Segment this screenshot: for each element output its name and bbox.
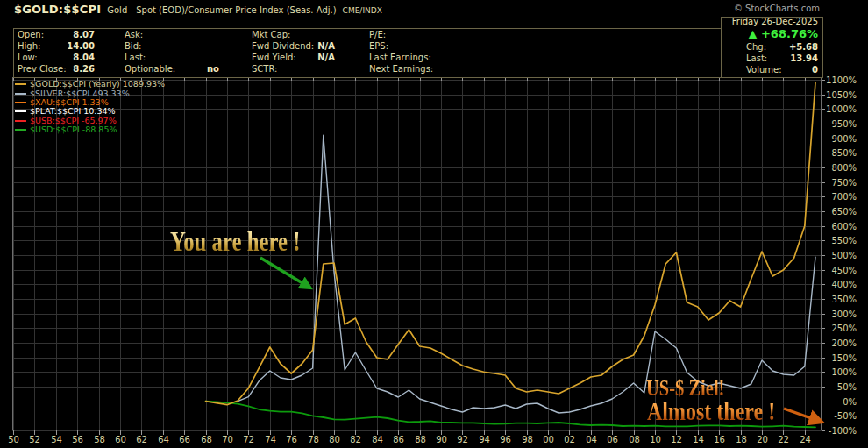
svg-text:20: 20 xyxy=(757,435,768,444)
quote-value: 8.07 xyxy=(73,29,95,40)
quote-row: Fwd Yield:N/A xyxy=(252,52,335,63)
quote-column-ohlc: Open:8.07High:14.00Low:8.04Prev Close:8.… xyxy=(18,29,95,75)
quote-row: Ask: xyxy=(125,29,219,40)
quote-label: Last Earnings: xyxy=(369,52,431,63)
quote-label: Volume: xyxy=(746,64,782,75)
quote-row: Chg:+5.68 xyxy=(746,41,818,53)
series-line--silver-cpi xyxy=(238,135,815,413)
quote-row: Last Earnings: xyxy=(369,52,483,63)
svg-text:02: 02 xyxy=(564,435,575,444)
quote-value: 0 xyxy=(812,64,818,75)
quote-value: N/A xyxy=(317,40,335,52)
svg-text:66: 66 xyxy=(179,435,190,444)
svg-text:1100%: 1100% xyxy=(826,75,857,85)
chart-legend: $GOLD:$$CPI (Yearly) 1089.93%$SILVER:$$C… xyxy=(15,80,165,134)
svg-text:18: 18 xyxy=(736,435,747,444)
svg-text:450%: 450% xyxy=(831,266,857,275)
svg-text:04: 04 xyxy=(586,435,597,444)
svg-text:400%: 400% xyxy=(831,280,857,289)
svg-text:06: 06 xyxy=(607,435,618,444)
up-triangle-icon: ▲ xyxy=(748,27,757,40)
svg-text:70: 70 xyxy=(222,435,233,444)
svg-text:22: 22 xyxy=(778,435,789,444)
svg-text:88: 88 xyxy=(415,435,426,444)
legend-row: $GOLD:$$CPI (Yearly) 1089.93% xyxy=(15,80,165,89)
svg-text:300%: 300% xyxy=(831,309,857,319)
svg-text:750%: 750% xyxy=(831,178,857,188)
quote-label: Chg: xyxy=(746,41,766,53)
quote-row: P/E: xyxy=(369,29,483,40)
quote-row: Bid: xyxy=(125,40,219,52)
svg-text:50%: 50% xyxy=(837,382,857,392)
legend-dash-icon xyxy=(15,102,26,103)
quote-label: Next Earnings: xyxy=(369,63,433,75)
svg-text:82: 82 xyxy=(350,435,361,444)
exchange-label: CME/INDX xyxy=(343,6,382,15)
annotation-you-are-here: You are here ! xyxy=(170,226,301,258)
quote-row: Low:8.04 xyxy=(18,52,95,63)
svg-text:62: 62 xyxy=(136,435,147,444)
svg-text:350%: 350% xyxy=(831,295,857,304)
svg-text:950%: 950% xyxy=(831,119,857,129)
svg-text:850%: 850% xyxy=(831,148,857,158)
quote-row: Volume:0 xyxy=(746,64,818,75)
quote-row: SCTR: xyxy=(252,63,335,75)
legend-dash-icon xyxy=(15,93,26,95)
quote-value: 8.04 xyxy=(73,52,95,63)
svg-text:98: 98 xyxy=(522,435,533,444)
quote-label: Low: xyxy=(18,52,38,63)
svg-text:84: 84 xyxy=(372,435,383,444)
svg-text:64: 64 xyxy=(158,435,169,444)
quote-row: Fwd Dividend:N/A xyxy=(252,40,335,52)
legend-label: $USD:$$CPI -88.85% xyxy=(30,125,117,134)
svg-text:80: 80 xyxy=(329,435,340,444)
percent-change: ▲ +68.76% xyxy=(748,27,818,40)
svg-text:92: 92 xyxy=(457,435,468,444)
svg-text:600%: 600% xyxy=(831,222,857,231)
svg-text:56: 56 xyxy=(72,435,83,444)
quote-label: Bid: xyxy=(125,40,141,52)
quote-row: Last: xyxy=(125,52,219,63)
legend-row: $PLAT:$$CPI 10.34% xyxy=(15,107,165,116)
quote-label: Optionable: xyxy=(125,63,175,75)
svg-text:-100%: -100% xyxy=(829,426,857,436)
quote-label: Fwd Yield: xyxy=(252,52,296,63)
quote-row: Optionable:no xyxy=(125,63,219,75)
svg-text:100%: 100% xyxy=(831,367,857,377)
percent-change-value: +68.76% xyxy=(761,27,818,40)
quote-label: P/E: xyxy=(369,29,386,40)
svg-text:-50%: -50% xyxy=(834,411,857,421)
legend-dash-icon xyxy=(15,120,26,122)
quote-label: Ask: xyxy=(125,29,143,40)
quote-column-bidask: Ask:Bid:Last:Optionable:no xyxy=(125,29,219,75)
legend-label: $GOLD:$$CPI (Yearly) 1089.93% xyxy=(30,80,165,89)
svg-text:74: 74 xyxy=(265,435,276,444)
quote-row: Mkt Cap: xyxy=(252,29,335,40)
quote-row: Last:13.94 xyxy=(746,53,818,64)
svg-text:14: 14 xyxy=(693,435,704,444)
quote-column-fundamentals: Mkt Cap:Fwd Dividend:N/AFwd Yield:N/ASCT… xyxy=(252,29,335,75)
quote-label: Last: xyxy=(746,53,767,64)
quote-label: Last: xyxy=(125,52,146,63)
quote-row: Open:8.07 xyxy=(18,29,95,40)
svg-text:550%: 550% xyxy=(831,236,857,245)
legend-label: $PLAT:$$CPI 10.34% xyxy=(30,107,116,116)
svg-text:700%: 700% xyxy=(831,192,857,202)
quote-label: EPS: xyxy=(369,40,388,52)
svg-text:150%: 150% xyxy=(831,353,857,363)
annotation-almost-there: Almost there ! xyxy=(647,396,775,426)
svg-text:90: 90 xyxy=(436,435,447,444)
quote-value: N/A xyxy=(317,52,335,63)
svg-text:0%: 0% xyxy=(843,397,857,407)
svg-text:200%: 200% xyxy=(831,338,857,348)
svg-text:650%: 650% xyxy=(831,207,857,217)
svg-text:250%: 250% xyxy=(831,324,857,333)
svg-text:00: 00 xyxy=(543,435,554,444)
quote-row: Prev Close:8.26 xyxy=(18,63,95,75)
quote-label: Open: xyxy=(18,29,44,40)
quote-value: 13.94 xyxy=(790,53,818,64)
svg-text:76: 76 xyxy=(286,435,297,444)
quote-value: 14.00 xyxy=(67,40,95,52)
legend-row: $USD:$$CPI -88.85% xyxy=(15,125,165,134)
svg-text:72: 72 xyxy=(243,435,254,444)
